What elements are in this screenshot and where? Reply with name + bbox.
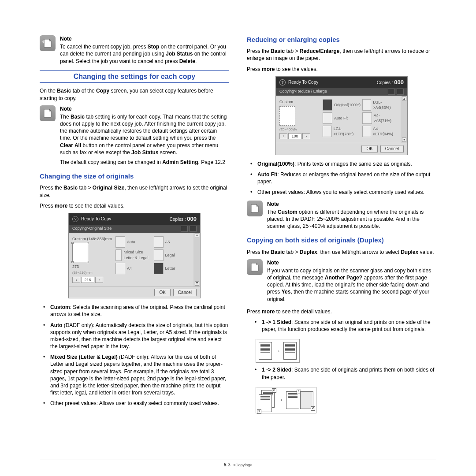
help-icon: ? bbox=[72, 216, 78, 222]
note-title: Note bbox=[267, 201, 436, 208]
stepper-right-icon: › bbox=[95, 277, 103, 283]
note-cancel-job: Note To cancel the current copy job, pre… bbox=[40, 35, 229, 65]
note-icon bbox=[40, 105, 56, 121]
toolbar-icon bbox=[181, 226, 188, 232]
bullet-list: Custom: Selects the scanning area of the… bbox=[40, 304, 229, 407]
screenshot-original-size: ? Ready To Copy Copies : 000 Copying>Ori… bbox=[68, 213, 201, 298]
bullet-list: Original(100%): Prints texts or images t… bbox=[247, 160, 436, 196]
note-body: The Basic tab setting is only for each c… bbox=[60, 113, 229, 156]
paragraph: Press the Basic tab > Original Size, the… bbox=[40, 184, 229, 198]
percent-stepper: ‹ 100 › bbox=[279, 133, 319, 139]
ok-button: OK bbox=[361, 145, 377, 153]
note-icon bbox=[247, 201, 263, 216]
ok-button: OK bbox=[154, 289, 170, 297]
bullet-list: 1 -> 1 Sided: Scans one side of an origi… bbox=[247, 319, 436, 333]
width-stepper: ‹ 216 › bbox=[72, 277, 112, 283]
note-icon bbox=[247, 259, 263, 275]
diagram-1to1: → bbox=[256, 339, 300, 363]
right-column: Reducing or enlarging copies Press the B… bbox=[247, 35, 436, 417]
scroll-up-icon: ▴ bbox=[402, 97, 406, 101]
bullet-list: 1 -> 2 Sided: Scans one side of original… bbox=[247, 366, 436, 380]
arrow-icon: → bbox=[277, 396, 283, 404]
note-body: If you want to copy originals on the sca… bbox=[267, 267, 436, 303]
section-heading-settings: Changing the settings for each copy bbox=[40, 70, 229, 83]
note-custom-option: Note The Custom option is different depe… bbox=[247, 201, 436, 230]
note-title: Note bbox=[267, 259, 436, 266]
note-title: Note bbox=[60, 35, 229, 42]
scrollbar: ▴ ▾ bbox=[193, 233, 200, 286]
paragraph: Press the Basic tab > Reduce/Enlarge, th… bbox=[247, 48, 436, 62]
toolbar-icon bbox=[388, 89, 395, 95]
stepper-left-icon: ‹ bbox=[279, 133, 287, 139]
shot-title: Ready To Copy bbox=[81, 216, 111, 222]
scrollbar: ▴ ▾ bbox=[401, 96, 407, 143]
scroll-down-icon: ▾ bbox=[402, 138, 406, 142]
cancel-button: Cancel bbox=[380, 145, 404, 153]
note-title: Note bbox=[60, 105, 229, 112]
stepper-left-icon: ‹ bbox=[72, 277, 80, 283]
scroll-up-icon: ▴ bbox=[195, 234, 199, 238]
breadcrumb: Copying>Original Size bbox=[72, 226, 112, 232]
subheading-duplex: Copying on both sides of originals (Dupl… bbox=[247, 236, 436, 245]
shot-title: Ready To Copy bbox=[288, 79, 318, 86]
screenshot-reduce-enlarge: ? Ready To Copy Copies : 000 Copying>Red… bbox=[275, 76, 408, 155]
note-basic-tab: Note The Basic tab setting is only for e… bbox=[40, 105, 229, 166]
subheading-size-originals: Changing the size of originals bbox=[40, 172, 229, 181]
preview-box bbox=[72, 243, 88, 262]
toolbar-icon bbox=[190, 226, 197, 232]
page-footer: 5.3 <Copying> bbox=[40, 460, 436, 468]
intro-paragraph: On the Basic tab of the Copy screen, you… bbox=[40, 87, 229, 101]
note-body-2: The default copy setting can be changed … bbox=[60, 159, 229, 166]
note-another-page: Note If you want to copy originals on th… bbox=[247, 259, 436, 303]
toolbar-icon bbox=[397, 89, 404, 95]
help-icon: ? bbox=[279, 79, 286, 86]
diagram-1to2: 2 1 → 1 2 bbox=[256, 387, 316, 413]
scroll-down-icon: ▾ bbox=[195, 281, 199, 286]
paragraph: Press the Basic tab > Duplex, then use l… bbox=[247, 249, 436, 256]
paragraph: Press more to see the detail values. bbox=[40, 202, 229, 209]
subheading-reduce-enlarge: Reducing or enlarging copies bbox=[247, 35, 436, 44]
arrow-icon: → bbox=[275, 347, 281, 355]
paragraph: Press more to see the values. bbox=[247, 66, 436, 73]
note-body: The Custom option is different depending… bbox=[267, 208, 436, 230]
preview-box bbox=[279, 106, 295, 126]
cancel-button: Cancel bbox=[173, 289, 197, 297]
paragraph: Press more to see the detail values. bbox=[247, 308, 436, 315]
breadcrumb: Copying>Reduce / Enlarge bbox=[279, 89, 327, 95]
note-icon bbox=[40, 35, 56, 51]
note-body: To cancel the current copy job, press St… bbox=[60, 43, 229, 65]
left-column: Note To cancel the current copy job, pre… bbox=[40, 35, 229, 417]
stepper-right-icon: › bbox=[302, 133, 310, 139]
